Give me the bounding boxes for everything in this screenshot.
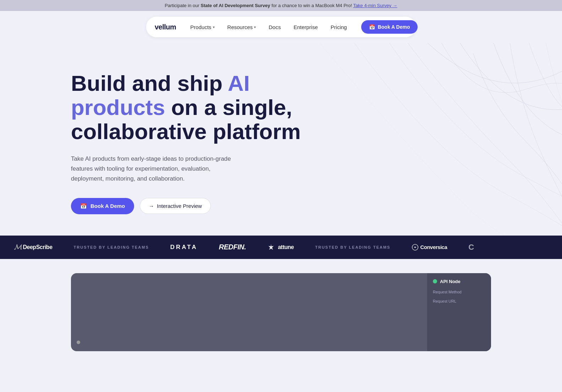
hero-title-part1: Build and ship — [71, 71, 228, 95]
nav-item-products[interactable]: Products ▾ — [184, 21, 220, 33]
api-request-url-label: Request URL — [433, 299, 485, 303]
preview-card: API Node Request Method Request URL — [71, 273, 491, 351]
calendar-icon: 📅 — [369, 24, 375, 30]
preview-left-indicator — [77, 341, 80, 344]
trusted-label-1: TRUSTED BY LEADING TEAMS — [74, 245, 149, 249]
brand-attune: attune — [267, 243, 294, 251]
brand-conversica: Conversica — [412, 244, 447, 251]
banner-survey-link[interactable]: State of AI Development Survey — [201, 3, 270, 8]
arrow-right-icon: → — [149, 203, 154, 209]
brand-partial: C — [468, 243, 474, 252]
hero-section: Build and ship AI products on a single, … — [0, 43, 562, 236]
trusted-label-2: TRUSTED BY LEADING TEAMS — [315, 245, 390, 249]
trusted-bar-inner: 𝓜 DeepScribe TRUSTED BY LEADING TEAMS DR… — [0, 243, 488, 252]
api-node-title: API Node — [440, 279, 461, 284]
brand-redfin: REDFIN. — [219, 243, 246, 251]
trusted-bar: 𝓜 DeepScribe TRUSTED BY LEADING TEAMS DR… — [0, 236, 562, 259]
brand-drata: DRATA — [170, 244, 198, 251]
api-request-url-field: Request URL — [433, 299, 485, 303]
api-status-dot — [433, 279, 437, 283]
nav-book-demo-button[interactable]: 📅 Book A Demo — [361, 20, 418, 34]
hero-interactive-preview-button[interactable]: → Interactive Preview — [140, 198, 211, 214]
nav: vellum Products ▾ Resources ▾ Docs Enter… — [146, 17, 416, 37]
banner-suffix: for a chance to win a MacBook M4 Pro! — [270, 3, 353, 8]
attune-star-icon — [267, 243, 275, 251]
banner-prefix: Participate in our — [165, 3, 200, 8]
nav-item-pricing[interactable]: Pricing — [325, 21, 353, 33]
chevron-down-icon: ▾ — [213, 25, 215, 29]
api-panel: API Node Request Method Request URL — [427, 273, 491, 351]
api-request-method-field: Request Method — [433, 290, 485, 294]
deepscribe-icon: 𝓜 — [14, 243, 22, 251]
nav-items: Products ▾ Resources ▾ Docs Enterprise P… — [184, 21, 352, 33]
nav-item-enterprise[interactable]: Enterprise — [288, 21, 323, 33]
api-panel-header: API Node — [433, 279, 485, 284]
brand-deepscribe: 𝓜 DeepScribe — [14, 243, 53, 251]
conversica-icon — [412, 244, 419, 251]
banner-cta[interactable]: Take 4-min Survey → — [353, 3, 397, 8]
nav-item-resources[interactable]: Resources ▾ — [222, 21, 262, 33]
chevron-down-icon: ▾ — [254, 25, 256, 29]
nav-item-docs[interactable]: Docs — [263, 21, 286, 33]
hero-subtitle: Take AI products from early-stage ideas … — [71, 154, 241, 184]
top-banner: Participate in our State of AI Developme… — [0, 0, 562, 11]
hero-book-demo-button[interactable]: 📅 Book A Demo — [71, 198, 134, 214]
api-request-method-label: Request Method — [433, 290, 485, 294]
calendar-icon: 📅 — [80, 203, 87, 209]
hero-content: Build and ship AI products on a single, … — [71, 71, 302, 214]
nav-wrapper: vellum Products ▾ Resources ▾ Docs Enter… — [0, 11, 562, 43]
nav-logo[interactable]: vellum — [155, 23, 176, 31]
hero-buttons: 📅 Book A Demo → Interactive Preview — [71, 198, 302, 214]
preview-section: API Node Request Method Request URL — [0, 259, 562, 365]
hero-title: Build and ship AI products on a single, … — [71, 71, 302, 144]
